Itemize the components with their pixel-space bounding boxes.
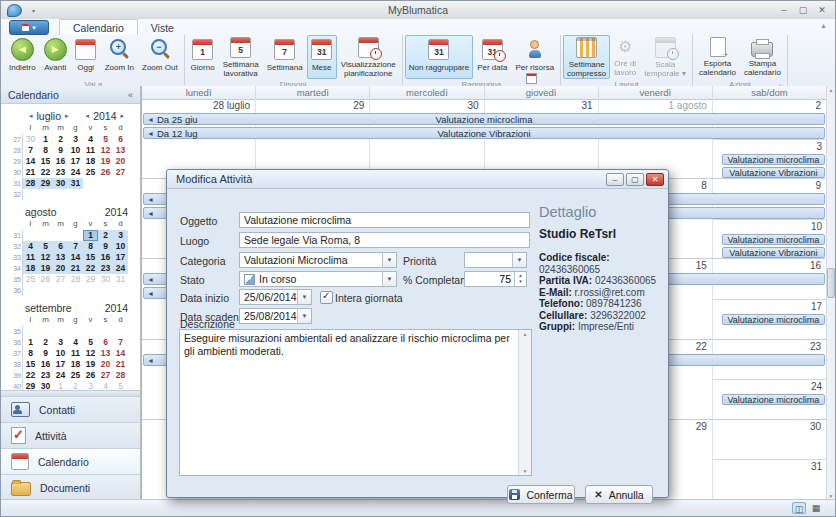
app-menu-button[interactable]: ▾: [9, 20, 49, 35]
chevron-down-icon[interactable]: ▼: [297, 290, 311, 304]
mini-day[interactable]: 5: [83, 337, 98, 348]
sidebar-item-calendario[interactable]: Calendario: [1, 448, 140, 474]
sunday-cell[interactable]: 31: [713, 459, 827, 499]
button-settimana-lavorativa[interactable]: 5Settimana lavorativa: [219, 35, 263, 79]
mini-day[interactable]: 17: [53, 359, 68, 370]
mini-day[interactable]: 9: [53, 145, 68, 156]
priorita-dropdown[interactable]: ▼: [464, 252, 527, 268]
scrollbar-thumb[interactable]: [827, 268, 835, 298]
data-inizio-dropdown[interactable]: 25/06/2014 ▼: [239, 289, 312, 305]
mini-day[interactable]: 19: [98, 156, 113, 167]
tab-viste[interactable]: Viste: [138, 20, 187, 35]
mini-day[interactable]: 24: [113, 263, 128, 274]
descrizione-textarea[interactable]: Eseguire misurazioni ambientali ed anali…: [179, 329, 532, 476]
button-settimane-compresso[interactable]: Settimane compresso: [563, 35, 610, 79]
mini-day[interactable]: 8: [23, 348, 38, 359]
mini-day[interactable]: 15: [38, 156, 53, 167]
button-giorno[interactable]: 1Giorno: [187, 35, 219, 79]
descrizione-scrollbar[interactable]: ▲ ▼: [518, 330, 531, 475]
mini-day[interactable]: 27: [113, 167, 128, 178]
event-pill[interactable]: Valutazione Vibrazioni: [722, 167, 825, 178]
button-non-raggruppare[interactable]: 31Non raggruppare: [405, 35, 473, 79]
mini-day[interactable]: 29: [83, 274, 98, 285]
mini-day[interactable]: 4: [23, 241, 38, 252]
event-pill[interactable]: Valutazione microclima: [722, 394, 825, 405]
mini-day[interactable]: 7: [23, 145, 38, 156]
spinner-arrows-icon[interactable]: ▲▼: [514, 272, 526, 286]
sidebar-item-documenti[interactable]: Documenti: [1, 474, 140, 500]
event-pill[interactable]: Valutazione microclima: [722, 154, 825, 165]
mini-day[interactable]: 20: [98, 359, 113, 370]
mini-day[interactable]: 16: [53, 156, 68, 167]
sunday-cell[interactable]: 3Valutazione microclimaValutazione Vibra…: [713, 139, 827, 179]
event-pill[interactable]: Valutazione Vibrazioni: [722, 247, 825, 258]
mini-day[interactable]: 30: [23, 134, 38, 145]
mini-day[interactable]: 5: [38, 241, 53, 252]
mini-day[interactable]: 2: [98, 230, 113, 241]
completamento-value[interactable]: [465, 272, 514, 286]
mini-day[interactable]: 12: [98, 145, 113, 156]
conferma-button[interactable]: Conferma: [507, 485, 575, 504]
mini-day[interactable]: 24: [53, 370, 68, 381]
button-indietro[interactable]: ◀Indietro: [5, 35, 40, 79]
button-settimana[interactable]: 7Settimana: [263, 35, 307, 79]
mini-day[interactable]: 29: [38, 178, 53, 189]
sidebar-item-contatti[interactable]: Contatti: [1, 396, 140, 422]
mini-day[interactable]: 22: [38, 167, 53, 178]
button-per-risorsa[interactable]: Per risorsa: [511, 35, 558, 79]
scroll-down-icon[interactable]: ▼: [519, 468, 531, 474]
event-banner[interactable]: Valutazione Vibrazioni◄Da 12 lug: [143, 127, 825, 139]
mini-day[interactable]: 12: [83, 348, 98, 359]
mini-day[interactable]: 23: [98, 263, 113, 274]
intera-giornata-checkbox[interactable]: [320, 291, 333, 304]
mini-day[interactable]: 8: [38, 145, 53, 156]
mini-day[interactable]: 25: [83, 167, 98, 178]
grid-view-icon[interactable]: ▦: [809, 502, 823, 514]
mini-day[interactable]: 10: [113, 241, 128, 252]
mini-day[interactable]: 21: [23, 167, 38, 178]
mini-day[interactable]: 25: [68, 370, 83, 381]
button-esporta-calendario[interactable]: →Esporta calendario: [695, 35, 740, 79]
mini-day[interactable]: 18: [23, 263, 38, 274]
tab-calendario[interactable]: Calendario: [59, 19, 138, 35]
mini-day[interactable]: 19: [38, 263, 53, 274]
mini-day[interactable]: 25: [23, 274, 38, 285]
oggetto-input[interactable]: [239, 212, 530, 228]
mini-day[interactable]: 5: [98, 134, 113, 145]
button-oggi[interactable]: Oggi: [71, 35, 101, 79]
mini-day[interactable]: 2: [53, 134, 68, 145]
mini-day[interactable]: 22: [83, 263, 98, 274]
button-visualizzazione-pianificazione[interactable]: Visualizzazione pianificazione: [337, 35, 400, 79]
sidebar-collapse-icon[interactable]: «: [128, 90, 133, 100]
mini-day[interactable]: 6: [98, 337, 113, 348]
event-pill[interactable]: Valutazione microclima: [722, 314, 825, 325]
dialog-close-button[interactable]: ✕: [646, 173, 664, 186]
mini-day[interactable]: 28: [23, 178, 38, 189]
mini-day[interactable]: 16: [38, 359, 53, 370]
mini-day[interactable]: 13: [98, 348, 113, 359]
mini-day[interactable]: 11: [23, 252, 38, 263]
mini-day[interactable]: 21: [68, 263, 83, 274]
categoria-dropdown[interactable]: Valutazioni Microclima ▼: [239, 252, 397, 268]
completamento-spinner[interactable]: ▲▼: [464, 271, 527, 287]
dialog-maximize-button[interactable]: ▢: [626, 173, 644, 186]
calendar-scrollbar[interactable]: ▲ ▼: [826, 86, 835, 500]
mini-day[interactable]: 1: [83, 230, 98, 241]
annulla-button[interactable]: ✕ Annulla: [585, 485, 653, 504]
button-zoom-in[interactable]: +Zoom In: [101, 35, 138, 79]
mini-day[interactable]: 30: [98, 274, 113, 285]
prev-year-icon[interactable]: ◂: [82, 112, 94, 120]
mini-day[interactable]: 28: [113, 370, 128, 381]
mini-day[interactable]: 6: [113, 134, 128, 145]
ribbon-collapse-icon[interactable]: ▲: [820, 22, 827, 29]
chevron-down-icon[interactable]: ▼: [512, 253, 526, 267]
mini-day[interactable]: 1: [23, 337, 38, 348]
button-avanti[interactable]: ▶Avanti: [40, 35, 71, 79]
mini-day[interactable]: 2: [38, 337, 53, 348]
prev-month-icon[interactable]: ◂: [25, 112, 37, 120]
chevron-down-icon[interactable]: ▼: [382, 253, 396, 267]
mini-day[interactable]: 31: [113, 274, 128, 285]
mini-day[interactable]: 15: [83, 252, 98, 263]
chevron-down-icon[interactable]: ▼: [297, 309, 311, 323]
mini-day[interactable]: 17: [113, 252, 128, 263]
